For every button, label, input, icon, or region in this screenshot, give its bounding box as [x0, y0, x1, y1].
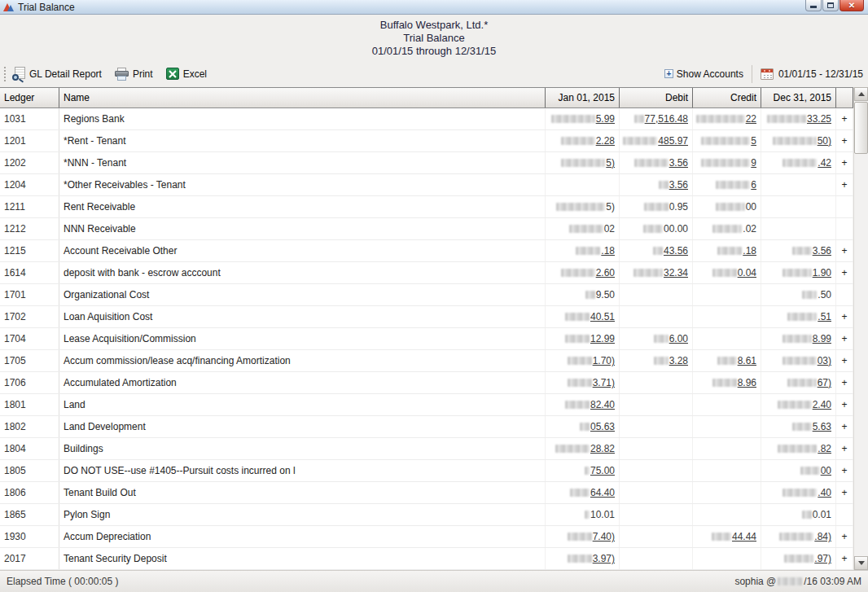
amount-cell-jan-balance: 1.70): [546, 350, 620, 371]
toolbar: GL Detail Report Print Excel + Show Acco…: [0, 63, 868, 85]
expand-row-button[interactable]: +: [836, 306, 853, 327]
amount-drilldown-link[interactable]: 2.28: [596, 135, 615, 147]
expand-row-button[interactable]: +: [836, 152, 853, 173]
expand-row-button[interactable]: +: [836, 108, 853, 129]
expand-row-button[interactable]: +: [836, 350, 853, 371]
expand-row-button[interactable]: +: [836, 328, 853, 349]
amount-drilldown-link[interactable]: 2.60: [596, 267, 615, 278]
amount-drilldown-link[interactable]: 8.96: [738, 377, 756, 388]
expand-row-button[interactable]: +: [836, 174, 853, 195]
amount-drilldown-link[interactable]: 0.04: [738, 267, 756, 278]
toolbar-grip[interactable]: [3, 66, 7, 82]
amount-cell-dec-balance: 3.56: [761, 240, 836, 261]
gl-detail-report-button[interactable]: GL Detail Report: [13, 67, 102, 81]
amount-drilldown-link[interactable]: 28.82: [590, 443, 615, 454]
expand-row-button[interactable]: +: [836, 416, 853, 437]
ledger-cell: 1215: [0, 240, 59, 261]
vertical-scrollbar[interactable]: [853, 87, 868, 570]
amount-drilldown-link[interactable]: 32.34: [664, 267, 688, 278]
amount-drilldown-link[interactable]: 3.28: [669, 355, 688, 366]
amount-drilldown-link[interactable]: 33.25: [807, 113, 831, 125]
amount-drilldown-link[interactable]: .97): [814, 553, 831, 564]
expand-row-button[interactable]: +: [836, 526, 853, 547]
amount-cell-jan-balance: 2.28: [546, 130, 620, 151]
show-accounts-toggle[interactable]: + Show Accounts: [664, 68, 743, 80]
expand-row-button[interactable]: +: [836, 372, 853, 393]
amount-drilldown-link[interactable]: 8.99: [813, 333, 831, 344]
amount-drilldown-link[interactable]: 03): [818, 355, 831, 366]
amount-drilldown-link[interactable]: 6: [751, 179, 756, 191]
maximize-button[interactable]: [822, 0, 839, 11]
amount-drilldown-link[interactable]: 40.51: [590, 311, 615, 322]
amount-drilldown-link[interactable]: 6.00: [669, 333, 688, 344]
amount-drilldown-link[interactable]: 1.70): [593, 355, 615, 366]
column-header-plus[interactable]: [836, 88, 853, 107]
amount-drilldown-link[interactable]: 67): [818, 377, 831, 388]
ledger-cell: 1802: [0, 416, 59, 437]
amount-drilldown-link[interactable]: .18: [743, 245, 756, 257]
column-header-dec[interactable]: Dec 31, 2015: [761, 88, 836, 107]
expand-row-button[interactable]: +: [836, 394, 853, 415]
amount-drilldown-link[interactable]: 2.40: [813, 399, 831, 410]
amount-drilldown-link[interactable]: 77,516.48: [645, 113, 688, 125]
amount-drilldown-link[interactable]: 3.56: [669, 157, 688, 169]
amount-drilldown-link[interactable]: 82.40: [590, 399, 615, 410]
amount-drilldown-link[interactable]: 3.56: [669, 179, 688, 191]
scroll-up-button[interactable]: [854, 87, 868, 101]
amount-drilldown-link[interactable]: 8.61: [738, 355, 756, 366]
expand-row-button[interactable]: +: [836, 438, 853, 459]
expand-row-button[interactable]: +: [836, 548, 853, 569]
expand-row-button[interactable]: +: [836, 240, 853, 261]
column-header-jan[interactable]: Jan 01, 2015: [546, 88, 620, 107]
amount-drilldown-link[interactable]: 00: [821, 465, 831, 476]
column-header-name[interactable]: Name: [59, 88, 546, 107]
column-header-credit[interactable]: Credit: [693, 88, 761, 107]
close-button[interactable]: ✕: [840, 0, 864, 11]
amount-cell-jan-balance: 2.60: [546, 262, 620, 283]
expand-row-button[interactable]: +: [836, 130, 853, 151]
amount-drilldown-link[interactable]: 5.63: [813, 421, 831, 432]
column-header-ledger[interactable]: Ledger: [0, 88, 59, 107]
amount-drilldown-link[interactable]: 3.97): [593, 553, 615, 564]
amount-drilldown-link[interactable]: 50): [818, 135, 831, 147]
amount-text: 00: [746, 201, 756, 213]
ledger-cell: 1804: [0, 438, 59, 459]
scrollbar-thumb[interactable]: [854, 102, 868, 154]
expand-row-button[interactable]: +: [836, 460, 853, 481]
amount-drilldown-link[interactable]: 44.44: [732, 531, 756, 542]
print-button[interactable]: Print: [115, 68, 153, 81]
amount-drilldown-link[interactable]: 05.63: [590, 421, 615, 432]
amount-drilldown-link[interactable]: 22: [746, 113, 756, 125]
excel-button[interactable]: Excel: [166, 68, 207, 80]
amount-drilldown-link[interactable]: .40: [818, 487, 831, 498]
amount-drilldown-link[interactable]: 3.71): [593, 377, 615, 388]
column-header-debit[interactable]: Debit: [620, 88, 693, 107]
scroll-down-button[interactable]: [854, 556, 868, 570]
expand-row-button[interactable]: +: [836, 482, 853, 503]
ledger-cell: 1031: [0, 108, 59, 129]
amount-drilldown-link[interactable]: 3.56: [813, 245, 831, 257]
amount-drilldown-link[interactable]: 5.99: [596, 113, 615, 125]
amount-drilldown-link[interactable]: 5): [606, 157, 615, 169]
print-label: Print: [133, 68, 153, 80]
amount-drilldown-link[interactable]: .18: [601, 245, 615, 257]
amount-drilldown-link[interactable]: 485.97: [658, 135, 688, 147]
amount-drilldown-link[interactable]: 43.56: [664, 245, 688, 257]
amount-drilldown-link[interactable]: 75.00: [590, 465, 615, 476]
amount-drilldown-link[interactable]: .42: [818, 157, 831, 169]
amount-drilldown-link[interactable]: 1.90: [813, 267, 831, 278]
amount-drilldown-link[interactable]: 64.40: [590, 487, 615, 498]
minimize-button[interactable]: [805, 0, 822, 11]
date-range-button[interactable]: 01/01/15 - 12/31/15: [761, 68, 863, 80]
redacted-amount: [783, 489, 817, 497]
amount-drilldown-link[interactable]: .51: [818, 311, 831, 322]
amount-drilldown-link[interactable]: 12.99: [590, 333, 615, 344]
amount-drilldown-link[interactable]: 7.40): [593, 531, 615, 542]
amount-drilldown-link[interactable]: .84): [814, 531, 831, 542]
amount-drilldown-link[interactable]: .82: [818, 443, 831, 454]
expand-row-button[interactable]: +: [836, 262, 853, 283]
amount-drilldown-link[interactable]: 9: [751, 157, 756, 169]
redacted-amount: [716, 181, 750, 189]
redacted-amount: [568, 379, 592, 387]
amount-drilldown-link[interactable]: 5: [751, 135, 756, 147]
